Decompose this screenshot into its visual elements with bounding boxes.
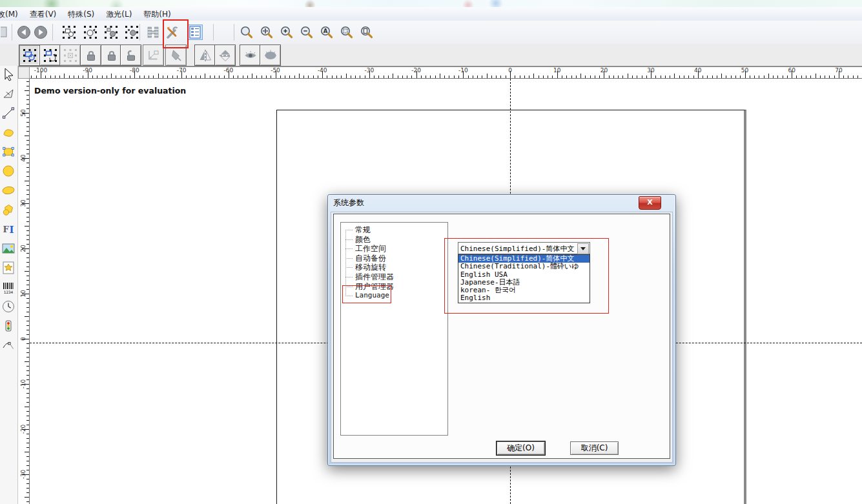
cancel-button[interactable]: 取消(C): [570, 441, 619, 455]
ruler-tick: [26, 470, 29, 470]
ruler-tick: [186, 76, 187, 78]
close-button[interactable]: X: [639, 196, 661, 210]
ruler-tick: [191, 76, 192, 78]
unlock-button[interactable]: [120, 45, 141, 66]
tree-item-工作空间[interactable]: 工作空间: [341, 244, 447, 254]
language-option[interactable]: English: [458, 294, 590, 302]
doc-partial-icon[interactable]: [1, 25, 15, 39]
mirror-vertical-button[interactable]: [214, 45, 236, 66]
ruler-tick: [26, 285, 29, 285]
forward-button[interactable]: [34, 25, 48, 39]
tree-item-颜色[interactable]: 颜色: [341, 235, 447, 245]
tool-pen[interactable]: [1, 338, 16, 353]
ruler-label: -50: [266, 67, 285, 74]
ruler-tick: [26, 176, 29, 177]
object-list-button[interactable]: [188, 25, 202, 39]
menu-view[interactable]: 查看(V): [24, 8, 63, 21]
tree-item-自动备份[interactable]: 自动备份: [341, 254, 447, 263]
move-to-origin-button[interactable]: [143, 45, 164, 66]
ruler-tick: [787, 76, 788, 78]
ruler-tick: [102, 76, 103, 78]
tool-polygon[interactable]: [1, 203, 16, 217]
tree-item-插件管理器[interactable]: 插件管理器: [341, 272, 447, 282]
menu-help[interactable]: 帮助(H): [138, 8, 176, 21]
zoom-out-button[interactable]: [300, 25, 314, 39]
back-button[interactable]: [17, 25, 31, 39]
tool-line[interactable]: [1, 106, 16, 121]
ruler-tick: [25, 136, 29, 136]
snap-rotate-button[interactable]: [83, 25, 97, 39]
snap-nodes-button[interactable]: [62, 25, 76, 39]
ruler-tick: [571, 76, 572, 78]
ruler-tick: [661, 76, 661, 78]
select-transform-button[interactable]: [19, 45, 40, 66]
language-combobox[interactable]: Chinese(Simplified)-简体中文: [458, 242, 590, 254]
lock-alt-button[interactable]: [101, 45, 122, 66]
tool-node-edit[interactable]: [1, 86, 16, 101]
zoom-page-button[interactable]: [360, 25, 374, 39]
ruler-tick: [26, 492, 29, 493]
tool-vector-file[interactable]: [1, 261, 16, 276]
zoom-tool-button[interactable]: [240, 25, 254, 39]
hatch-button[interactable]: [146, 25, 160, 39]
ruler-tick: [26, 190, 29, 190]
ruler-tick: [26, 257, 29, 258]
tool-barcode[interactable]: 1234: [1, 280, 16, 295]
zoom-in-button[interactable]: [280, 25, 294, 39]
system-params-button[interactable]: [165, 25, 180, 39]
lock-button[interactable]: [80, 45, 101, 66]
tree-item-用户管理器[interactable]: 用户管理器: [341, 282, 447, 292]
language-option[interactable]: Chinese(Traditional)-體砕いゆ: [458, 263, 590, 270]
snap-move-button[interactable]: [104, 25, 118, 39]
tree-item-常规[interactable]: 常规: [341, 225, 447, 235]
combo-dropdown-button[interactable]: [577, 243, 589, 254]
ruler-tick: [26, 199, 29, 199]
zoompan-icon: [260, 25, 274, 39]
selrot-icon: [43, 48, 57, 63]
menu-bar: 改(M)查看(V)特殊(S)激光(L)帮助(H): [0, 7, 862, 21]
ruler-tick: [25, 361, 29, 362]
zoom-selection-button[interactable]: [340, 25, 354, 39]
ruler-tick: [125, 76, 126, 78]
tree-item-移动旋转[interactable]: 移动旋转: [341, 263, 447, 272]
tool-delay[interactable]: [1, 299, 16, 314]
ruler-tick: [26, 117, 29, 118]
ruler-tick: [26, 402, 29, 403]
ruler-tick: [684, 76, 684, 78]
ruler-label: 0: [20, 333, 26, 345]
ruler-tick: [26, 434, 29, 434]
tool-circle[interactable]: [1, 164, 16, 179]
preview-alt-button[interactable]: [260, 45, 281, 66]
menu-special[interactable]: 特殊(S): [62, 8, 100, 21]
zoom-all-button[interactable]: A: [320, 25, 334, 39]
mirror-horizontal-button[interactable]: [194, 45, 216, 66]
menu-modify[interactable]: 改(M): [0, 8, 24, 21]
ruler-tick: [857, 76, 858, 78]
tool-text[interactable]: FI: [1, 222, 16, 237]
ruler-tick: [444, 76, 445, 78]
fill-button[interactable]: [165, 45, 187, 66]
zoom-pan-button[interactable]: [260, 25, 274, 39]
ruler-label: -80: [125, 67, 144, 74]
ruler-tick: [750, 76, 750, 78]
snap-copy-button[interactable]: [125, 25, 139, 39]
ruler-tick: [25, 271, 29, 272]
tool-curve[interactable]: [1, 125, 16, 140]
tool-io[interactable]: [1, 319, 16, 334]
ruler-tick: [92, 76, 93, 78]
array-button[interactable]: [59, 45, 81, 66]
svg-text:A: A: [323, 28, 328, 34]
preview-button[interactable]: [240, 45, 261, 66]
tool-select[interactable]: [1, 67, 16, 82]
ok-button[interactable]: 确定(O): [497, 441, 545, 455]
ruler-tick: [294, 76, 295, 78]
select-rotate-button[interactable]: [39, 45, 61, 66]
tool-ellipse[interactable]: [1, 183, 16, 198]
menu-laser[interactable]: 激光(L): [100, 8, 138, 21]
ruler-tick: [26, 352, 29, 353]
ruler-tick: [26, 262, 29, 263]
tool-bitmap[interactable]: [1, 241, 16, 256]
tool-rectangle[interactable]: [1, 145, 16, 159]
text-icon: FI: [1, 222, 15, 236]
tree-item-Language[interactable]: Language: [341, 291, 447, 301]
